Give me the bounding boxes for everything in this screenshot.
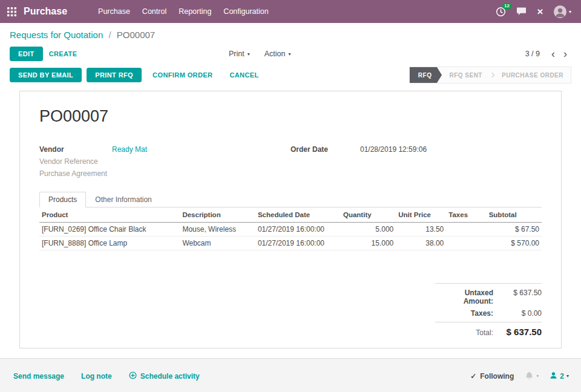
total-row: Total: $ 637.50 — [435, 327, 542, 337]
totals-block: Untaxed Amount: $ 637.50 Taxes: $ 0.00 T… — [435, 283, 542, 341]
vendor-field: Vendor Ready Mat — [39, 145, 290, 157]
confirm-order-button[interactable]: CONFIRM ORDER — [146, 68, 218, 82]
cell-quantity[interactable]: 15.000 — [341, 237, 396, 250]
pager-previous-icon[interactable]: ‹ — [547, 48, 559, 59]
apps-grid-icon[interactable] — [7, 7, 16, 16]
send-message-button[interactable]: Send message — [13, 372, 64, 381]
following-button[interactable]: ✓ Following — [470, 372, 514, 381]
close-icon[interactable]: ✕ — [537, 7, 543, 16]
cell-description[interactable]: Webcam — [180, 237, 255, 250]
cell-description[interactable]: Mouse, Wireless — [180, 223, 255, 237]
taxes-row: Taxes: $ 0.00 — [435, 309, 542, 318]
schedule-activity-label: Schedule activity — [140, 372, 200, 381]
field-column-right: Order Date 01/28/2019 12:59:06 — [290, 145, 542, 181]
status-step-purchase-order[interactable]: PURCHASE ORDER — [494, 67, 571, 83]
messages-icon[interactable] — [516, 7, 527, 16]
cell-quantity[interactable]: 5.000 — [341, 223, 396, 237]
header-taxes: Taxes — [446, 207, 486, 223]
cell-product[interactable]: [FURN_8888] Office Lamp — [39, 237, 180, 250]
following-label: Following — [480, 372, 514, 381]
totals-section: Untaxed Amount: $ 637.50 Taxes: $ 0.00 T… — [39, 283, 542, 341]
bell-icon — [525, 371, 534, 382]
status-arrow-icon — [437, 67, 442, 83]
print-dropdown-label: Print — [229, 50, 245, 58]
record-title: PO00007 — [39, 107, 542, 126]
action-menus: Print ▾ Action ▾ — [229, 50, 290, 58]
cell-subtotal[interactable]: $ 570.00 — [487, 237, 542, 250]
chevron-down-icon: ▾ — [566, 373, 569, 379]
followers-dropdown[interactable]: 2 ▾ — [550, 371, 569, 381]
menu-configuration[interactable]: Configuration — [218, 4, 274, 19]
cell-taxes[interactable] — [446, 223, 486, 237]
breadcrumb: Requests for Quotation / PO00007 — [0, 23, 581, 42]
notebook-tabs: Products Other Information — [39, 192, 542, 207]
send-by-email-button[interactable]: SEND BY EMAIL — [10, 68, 82, 82]
menu-purchase[interactable]: Purchase — [93, 4, 136, 19]
menu-reporting[interactable]: Reporting — [173, 4, 217, 19]
cell-scheduled-date[interactable]: 01/27/2019 16:00:00 — [255, 223, 341, 237]
record-pager: 3 / 9 ‹ › — [525, 48, 571, 59]
cancel-button[interactable]: CANCEL — [223, 68, 264, 82]
cell-taxes[interactable] — [446, 237, 486, 250]
chatter-status: ✓ Following ▾ 2 ▾ — [470, 371, 569, 382]
schedule-activity-button[interactable]: Schedule activity — [129, 371, 200, 381]
vendor-reference-field: Vendor Reference — [39, 157, 290, 169]
totals-divider — [435, 322, 542, 322]
print-rfq-button[interactable]: PRINT RFQ — [87, 68, 142, 82]
activity-clock-icon[interactable]: 12 — [496, 7, 506, 17]
field-group: Vendor Ready Mat Vendor Reference Purcha… — [39, 145, 542, 181]
untaxed-amount-row: Untaxed Amount: $ 637.50 — [435, 289, 542, 305]
avatar — [554, 5, 566, 18]
purchase-agreement-field: Purchase Agreement — [39, 169, 290, 181]
chatter-actions: Send message Log note Schedule activity — [13, 371, 200, 381]
chatter-bar: Send message Log note Schedule activity … — [0, 358, 581, 392]
header-quantity: Quantity — [341, 207, 396, 223]
log-note-button[interactable]: Log note — [81, 372, 112, 381]
cell-unit-price[interactable]: 38.00 — [396, 237, 446, 250]
cell-scheduled-date[interactable]: 01/27/2019 16:00:00 — [255, 237, 341, 250]
top-navbar: Purchase Purchase Control Reporting Conf… — [0, 0, 581, 23]
menu-control[interactable]: Control — [137, 4, 172, 19]
pager-next-icon[interactable]: › — [559, 48, 571, 59]
main-menu: Purchase Control Reporting Configuration — [93, 4, 274, 19]
order-lines-table: Product Description Scheduled Date Quant… — [39, 207, 542, 250]
taxes-value: $ 0.00 — [493, 309, 542, 318]
header-product: Product — [39, 207, 180, 223]
user-menu[interactable]: ▾ — [554, 5, 571, 18]
status-step-rfq-sent[interactable]: RFQ SENT — [442, 67, 490, 83]
status-step-rfq[interactable]: RFQ — [410, 67, 438, 83]
breadcrumb-separator: / — [108, 30, 111, 40]
cell-subtotal[interactable]: $ 67.50 — [487, 223, 542, 237]
table-header-row: Product Description Scheduled Date Quant… — [39, 207, 542, 223]
tab-other-information[interactable]: Other Information — [86, 192, 160, 207]
action-dropdown[interactable]: Action ▾ — [264, 50, 291, 58]
edit-button[interactable]: EDIT — [10, 47, 43, 61]
create-button[interactable]: CREATE — [43, 47, 84, 60]
statusbar-row: SEND BY EMAIL PRINT RFQ CONFIRM ORDER CA… — [0, 65, 581, 91]
chevron-down-icon: ▾ — [536, 373, 539, 379]
order-date-value[interactable]: 01/28/2019 12:59:06 — [360, 145, 427, 154]
cell-unit-price[interactable]: 13.50 — [396, 223, 446, 237]
order-date-label: Order Date — [290, 145, 360, 154]
taxes-label: Taxes: — [435, 309, 493, 318]
schedule-activity-icon — [129, 371, 137, 381]
table-row[interactable]: [FURN_0269] Office Chair Black Mouse, Wi… — [39, 223, 542, 237]
vendor-value-link[interactable]: Ready Mat — [112, 145, 147, 154]
notification-bell-dropdown[interactable]: ▾ — [525, 371, 539, 382]
total-label: Total: — [435, 328, 493, 337]
tab-products[interactable]: Products — [39, 192, 86, 207]
breadcrumb-parent-link[interactable]: Requests for Quotation — [10, 30, 103, 40]
print-dropdown[interactable]: Print ▾ — [229, 50, 250, 58]
control-panel: EDIT CREATE Print ▾ Action ▾ 3 / 9 ‹ › — [0, 42, 581, 65]
pager-count: 3 / 9 — [525, 50, 540, 58]
cell-product[interactable]: [FURN_0269] Office Chair Black — [39, 223, 180, 237]
chevron-down-icon: ▾ — [569, 9, 571, 15]
followers-count: 2 — [560, 372, 564, 381]
field-column-left: Vendor Ready Mat Vendor Reference Purcha… — [39, 145, 290, 181]
purchase-agreement-label: Purchase Agreement — [39, 169, 112, 178]
table-row[interactable]: [FURN_8888] Office Lamp Webcam 01/27/201… — [39, 237, 542, 250]
form-sheet: PO00007 Vendor Ready Mat Vendor Referenc… — [19, 91, 562, 348]
app-title[interactable]: Purchase — [24, 6, 67, 17]
vendor-label: Vendor — [39, 145, 112, 154]
check-icon: ✓ — [470, 372, 476, 381]
